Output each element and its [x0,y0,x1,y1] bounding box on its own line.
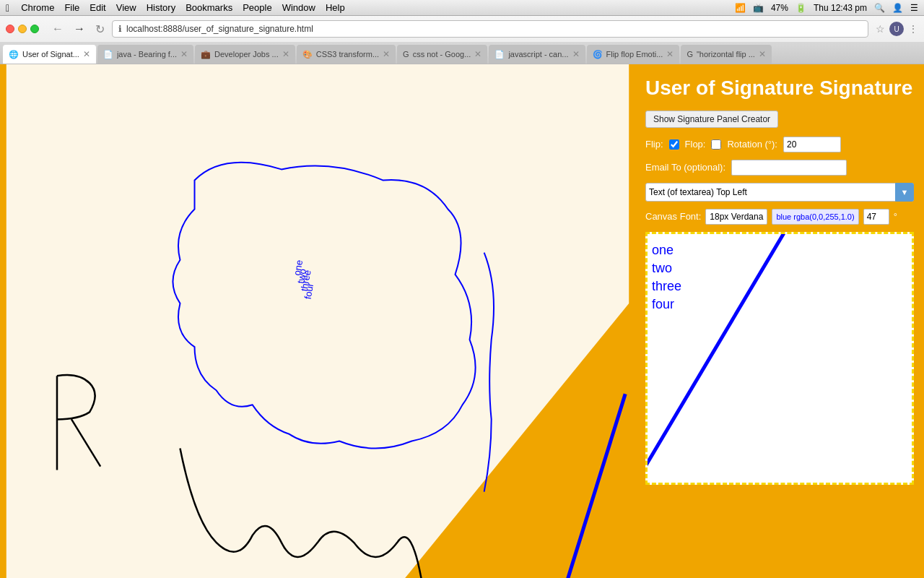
tab-close-7[interactable]: ✕ [759,49,766,59]
menu-window[interactable]: Window [282,2,315,13]
notifications-icon[interactable]: ☰ [910,3,918,13]
macos-menubar:  Chrome File Edit View History Bookmark… [0,0,924,16]
menu-bookmarks[interactable]: Bookmarks [186,2,232,13]
font-row: Canvas Font: 18px Verdana blue rgba(0,0,… [645,209,914,225]
email-label: Email To (optional): [645,162,725,173]
select-dropdown-icon[interactable]: ▼ [895,183,914,202]
menu-items: Chrome File Edit View History Bookmarks … [21,2,345,13]
tab-label-7: "horizontal flip ... [697,50,755,59]
tab-horizontal-flip[interactable]: G "horizontal flip ... ✕ [681,45,772,64]
menu-history[interactable]: History [147,2,175,13]
menu-people[interactable]: People [243,2,271,13]
tab-label-3: CSS3 transform... [316,50,379,59]
menu-help[interactable]: Help [326,2,345,13]
svg-line-5 [557,394,625,578]
address-bar[interactable]: ℹ localhost:8888/user_of_signature_signa… [112,20,868,38]
time-display: Thu 12:43 pm [814,3,867,13]
tab-developer-jobs[interactable]: 💼 Developer Jobs ... ✕ [195,45,295,64]
tab-favicon-6: 🌀 [593,50,603,59]
flop-checkbox[interactable] [711,139,721,150]
tab-label-6: Flip flop Emoti... [606,50,663,59]
canvas-area[interactable]: one two three four [0,64,635,578]
tab-close-6[interactable]: ✕ [666,49,674,59]
tab-css3[interactable]: 🎨 CSS3 transform... ✕ [297,45,396,64]
back-button[interactable]: ← [49,21,66,37]
tab-close-1[interactable]: ✕ [180,49,188,59]
tab-css-not[interactable]: G css not - Goog... ✕ [397,45,487,64]
tab-close-3[interactable]: ✕ [383,49,390,59]
bookmark-star-icon[interactable]: ☆ [876,23,885,35]
tab-flipflop[interactable]: 🌀 Flip flop Emoti... ✕ [587,45,680,64]
rotation-label: Rotation (°): [727,139,777,150]
apple-menu[interactable]:  [6,2,9,14]
tab-label-2: Developer Jobs ... [214,50,279,59]
browser-chrome: ← → ↻ ℹ localhost:8888/user_of_signature… [0,16,924,64]
flip-label: Flip: [645,139,663,150]
minimize-button[interactable] [18,25,27,33]
font-size-display: 18px Verdana [705,209,767,225]
search-icon[interactable]: 🔍 [874,3,885,13]
menu-chrome[interactable]: Chrome [21,2,54,13]
flop-label: Flop: [685,139,706,150]
svg-line-6 [648,234,792,483]
refresh-button[interactable]: ↻ [92,21,108,38]
user-profile-icon[interactable]: U [889,22,904,36]
macos-right-icons: 📶 📺 47% 🔋 Thu 12:43 pm 🔍 👤 ☰ [735,3,918,13]
url-text: localhost:8888/user_of_signature_signatu… [126,24,313,34]
forward-button[interactable]: → [71,21,88,37]
tab-javascript[interactable]: 📄 javascript - can... ✕ [489,45,585,64]
tab-favicon-3: 🎨 [302,50,313,59]
degree-symbol: ° [894,211,897,222]
email-input[interactable] [731,160,847,176]
font-color-display: blue rgba(0,0,255,1.0) [772,209,858,225]
show-signature-panel-button[interactable]: Show Signature Panel Creator [645,111,778,128]
traffic-lights [6,25,39,33]
tab-label-1: java - Bearing f... [117,50,177,59]
tab-favicon-0: 🌐 [9,50,19,59]
menu-edit[interactable]: Edit [90,2,105,13]
flip-flop-row: Flip: Flop: Rotation (°): [645,137,914,152]
tabs-bar: 🌐 User of Signat... ✕ 📄 java - Bearing f… [0,42,924,64]
tab-favicon-2: 💼 [201,50,211,59]
menu-file[interactable]: File [64,2,79,13]
tab-favicon-4: G [403,50,409,59]
tab-close-5[interactable]: ✕ [572,49,580,59]
tab-label-5: javascript - can... [508,50,568,59]
profile-icon[interactable]: 👤 [892,3,903,13]
font-label: Canvas Font: [645,211,701,222]
font-angle-input[interactable] [863,209,889,225]
wifi-icon: 📶 [735,3,746,13]
right-panel: User of Signature Signature Show Signatu… [635,64,924,578]
signature-svg: one two three four [0,64,635,578]
tab-java[interactable]: 📄 java - Bearing f... ✕ [97,45,193,64]
tab-close-4[interactable]: ✕ [474,49,481,59]
close-button[interactable] [6,25,14,33]
tab-user-signature[interactable]: 🌐 User of Signat... ✕ [3,45,96,64]
tab-favicon-7: G [687,50,693,59]
text-select-row: Text (of textarea) Top Left Text (of tex… [645,183,914,202]
preview-canvas[interactable]: one two three four [645,232,914,485]
panel-title: User of Signature Signature [645,76,914,100]
email-row: Email To (optional): [645,160,914,176]
preview-svg [648,234,912,483]
maximize-button[interactable] [30,25,39,33]
flip-checkbox[interactable] [669,139,679,150]
tab-favicon-5: 📄 [494,50,505,59]
text-position-select[interactable]: Text (of textarea) Top Left Text (of tex… [645,183,914,202]
browser-menu-icon[interactable]: ⋮ [908,23,918,35]
browser-toolbar: ← → ↻ ℹ localhost:8888/user_of_signature… [0,16,924,42]
tab-label-4: css not - Goog... [413,50,471,59]
main-content: one two three four User of Signature Sig… [0,64,924,578]
tab-close-0[interactable]: ✕ [83,49,90,59]
battery-icon: 🔋 [796,3,806,13]
airplay-icon: 📺 [753,3,764,13]
lock-icon: ℹ [118,24,122,34]
menu-view[interactable]: View [116,2,136,13]
tab-label-0: User of Signat... [22,50,79,59]
svg-marker-0 [6,64,629,578]
tab-close-2[interactable]: ✕ [282,49,289,59]
rotation-input[interactable] [783,137,841,152]
tab-favicon-1: 📄 [103,50,113,59]
battery-text: 47% [771,3,788,13]
